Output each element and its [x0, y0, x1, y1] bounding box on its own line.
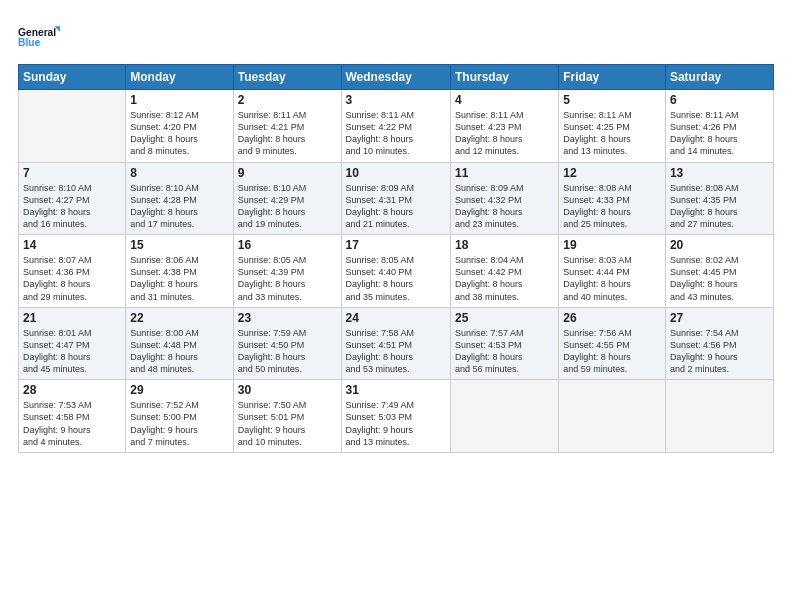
calendar-cell: 4Sunrise: 8:11 AM Sunset: 4:23 PM Daylig… — [450, 90, 558, 163]
day-number: 5 — [563, 93, 661, 107]
calendar-cell: 26Sunrise: 7:56 AM Sunset: 4:55 PM Dayli… — [559, 307, 666, 380]
day-info: Sunrise: 7:49 AM Sunset: 5:03 PM Dayligh… — [346, 399, 446, 448]
day-number: 24 — [346, 311, 446, 325]
weekday-header-monday: Monday — [126, 65, 233, 90]
day-number: 7 — [23, 166, 121, 180]
calendar-cell: 10Sunrise: 8:09 AM Sunset: 4:31 PM Dayli… — [341, 162, 450, 235]
day-number: 1 — [130, 93, 228, 107]
day-number: 29 — [130, 383, 228, 397]
calendar-cell — [19, 90, 126, 163]
day-info: Sunrise: 8:12 AM Sunset: 4:20 PM Dayligh… — [130, 109, 228, 158]
day-number: 3 — [346, 93, 446, 107]
calendar-cell: 27Sunrise: 7:54 AM Sunset: 4:56 PM Dayli… — [665, 307, 773, 380]
day-info: Sunrise: 7:50 AM Sunset: 5:01 PM Dayligh… — [238, 399, 337, 448]
calendar-cell: 29Sunrise: 7:52 AM Sunset: 5:00 PM Dayli… — [126, 380, 233, 453]
day-info: Sunrise: 7:57 AM Sunset: 4:53 PM Dayligh… — [455, 327, 554, 376]
calendar-cell: 18Sunrise: 8:04 AM Sunset: 4:42 PM Dayli… — [450, 235, 558, 308]
calendar-cell: 11Sunrise: 8:09 AM Sunset: 4:32 PM Dayli… — [450, 162, 558, 235]
day-number: 22 — [130, 311, 228, 325]
weekday-header-friday: Friday — [559, 65, 666, 90]
calendar-cell — [559, 380, 666, 453]
day-number: 17 — [346, 238, 446, 252]
day-number: 13 — [670, 166, 769, 180]
day-number: 18 — [455, 238, 554, 252]
day-info: Sunrise: 8:04 AM Sunset: 4:42 PM Dayligh… — [455, 254, 554, 303]
calendar-header-row: SundayMondayTuesdayWednesdayThursdayFrid… — [19, 65, 774, 90]
day-info: Sunrise: 8:10 AM Sunset: 4:29 PM Dayligh… — [238, 182, 337, 231]
calendar-cell: 15Sunrise: 8:06 AM Sunset: 4:38 PM Dayli… — [126, 235, 233, 308]
day-info: Sunrise: 7:59 AM Sunset: 4:50 PM Dayligh… — [238, 327, 337, 376]
day-number: 27 — [670, 311, 769, 325]
day-info: Sunrise: 8:00 AM Sunset: 4:48 PM Dayligh… — [130, 327, 228, 376]
day-info: Sunrise: 7:56 AM Sunset: 4:55 PM Dayligh… — [563, 327, 661, 376]
day-info: Sunrise: 7:54 AM Sunset: 4:56 PM Dayligh… — [670, 327, 769, 376]
calendar-cell: 13Sunrise: 8:08 AM Sunset: 4:35 PM Dayli… — [665, 162, 773, 235]
calendar-cell: 2Sunrise: 8:11 AM Sunset: 4:21 PM Daylig… — [233, 90, 341, 163]
calendar-week-row: 28Sunrise: 7:53 AM Sunset: 4:58 PM Dayli… — [19, 380, 774, 453]
day-info: Sunrise: 8:05 AM Sunset: 4:39 PM Dayligh… — [238, 254, 337, 303]
day-number: 6 — [670, 93, 769, 107]
day-info: Sunrise: 8:11 AM Sunset: 4:23 PM Dayligh… — [455, 109, 554, 158]
day-number: 10 — [346, 166, 446, 180]
calendar-cell: 1Sunrise: 8:12 AM Sunset: 4:20 PM Daylig… — [126, 90, 233, 163]
weekday-header-saturday: Saturday — [665, 65, 773, 90]
calendar-cell: 7Sunrise: 8:10 AM Sunset: 4:27 PM Daylig… — [19, 162, 126, 235]
day-info: Sunrise: 8:07 AM Sunset: 4:36 PM Dayligh… — [23, 254, 121, 303]
calendar-cell: 3Sunrise: 8:11 AM Sunset: 4:22 PM Daylig… — [341, 90, 450, 163]
weekday-header-tuesday: Tuesday — [233, 65, 341, 90]
calendar-week-row: 1Sunrise: 8:12 AM Sunset: 4:20 PM Daylig… — [19, 90, 774, 163]
calendar-cell: 14Sunrise: 8:07 AM Sunset: 4:36 PM Dayli… — [19, 235, 126, 308]
svg-text:Blue: Blue — [18, 37, 41, 48]
day-info: Sunrise: 8:10 AM Sunset: 4:27 PM Dayligh… — [23, 182, 121, 231]
day-info: Sunrise: 8:06 AM Sunset: 4:38 PM Dayligh… — [130, 254, 228, 303]
day-info: Sunrise: 8:08 AM Sunset: 4:35 PM Dayligh… — [670, 182, 769, 231]
calendar-cell: 9Sunrise: 8:10 AM Sunset: 4:29 PM Daylig… — [233, 162, 341, 235]
calendar: SundayMondayTuesdayWednesdayThursdayFrid… — [18, 64, 774, 453]
day-info: Sunrise: 8:01 AM Sunset: 4:47 PM Dayligh… — [23, 327, 121, 376]
day-info: Sunrise: 7:52 AM Sunset: 5:00 PM Dayligh… — [130, 399, 228, 448]
day-info: Sunrise: 8:10 AM Sunset: 4:28 PM Dayligh… — [130, 182, 228, 231]
calendar-cell — [450, 380, 558, 453]
page: General Blue SundayMondayTuesdayWednesda… — [0, 0, 792, 612]
calendar-cell: 17Sunrise: 8:05 AM Sunset: 4:40 PM Dayli… — [341, 235, 450, 308]
day-info: Sunrise: 8:03 AM Sunset: 4:44 PM Dayligh… — [563, 254, 661, 303]
day-number: 20 — [670, 238, 769, 252]
calendar-cell: 5Sunrise: 8:11 AM Sunset: 4:25 PM Daylig… — [559, 90, 666, 163]
day-info: Sunrise: 8:05 AM Sunset: 4:40 PM Dayligh… — [346, 254, 446, 303]
day-number: 23 — [238, 311, 337, 325]
day-number: 9 — [238, 166, 337, 180]
calendar-cell: 8Sunrise: 8:10 AM Sunset: 4:28 PM Daylig… — [126, 162, 233, 235]
day-number: 11 — [455, 166, 554, 180]
day-number: 8 — [130, 166, 228, 180]
weekday-header-wednesday: Wednesday — [341, 65, 450, 90]
weekday-header-thursday: Thursday — [450, 65, 558, 90]
calendar-cell: 30Sunrise: 7:50 AM Sunset: 5:01 PM Dayli… — [233, 380, 341, 453]
calendar-cell: 20Sunrise: 8:02 AM Sunset: 4:45 PM Dayli… — [665, 235, 773, 308]
day-number: 16 — [238, 238, 337, 252]
day-info: Sunrise: 8:08 AM Sunset: 4:33 PM Dayligh… — [563, 182, 661, 231]
calendar-week-row: 14Sunrise: 8:07 AM Sunset: 4:36 PM Dayli… — [19, 235, 774, 308]
calendar-week-row: 7Sunrise: 8:10 AM Sunset: 4:27 PM Daylig… — [19, 162, 774, 235]
calendar-cell — [665, 380, 773, 453]
day-info: Sunrise: 8:02 AM Sunset: 4:45 PM Dayligh… — [670, 254, 769, 303]
day-info: Sunrise: 7:58 AM Sunset: 4:51 PM Dayligh… — [346, 327, 446, 376]
svg-text:General: General — [18, 27, 56, 38]
day-info: Sunrise: 8:11 AM Sunset: 4:22 PM Dayligh… — [346, 109, 446, 158]
day-number: 2 — [238, 93, 337, 107]
calendar-cell: 31Sunrise: 7:49 AM Sunset: 5:03 PM Dayli… — [341, 380, 450, 453]
header: General Blue — [18, 18, 774, 56]
calendar-cell: 19Sunrise: 8:03 AM Sunset: 4:44 PM Dayli… — [559, 235, 666, 308]
weekday-header-sunday: Sunday — [19, 65, 126, 90]
calendar-cell: 28Sunrise: 7:53 AM Sunset: 4:58 PM Dayli… — [19, 380, 126, 453]
day-number: 15 — [130, 238, 228, 252]
calendar-cell: 23Sunrise: 7:59 AM Sunset: 4:50 PM Dayli… — [233, 307, 341, 380]
day-number: 4 — [455, 93, 554, 107]
day-number: 19 — [563, 238, 661, 252]
calendar-week-row: 21Sunrise: 8:01 AM Sunset: 4:47 PM Dayli… — [19, 307, 774, 380]
day-info: Sunrise: 8:11 AM Sunset: 4:25 PM Dayligh… — [563, 109, 661, 158]
day-number: 30 — [238, 383, 337, 397]
calendar-cell: 24Sunrise: 7:58 AM Sunset: 4:51 PM Dayli… — [341, 307, 450, 380]
calendar-cell: 22Sunrise: 8:00 AM Sunset: 4:48 PM Dayli… — [126, 307, 233, 380]
day-number: 12 — [563, 166, 661, 180]
day-info: Sunrise: 7:53 AM Sunset: 4:58 PM Dayligh… — [23, 399, 121, 448]
